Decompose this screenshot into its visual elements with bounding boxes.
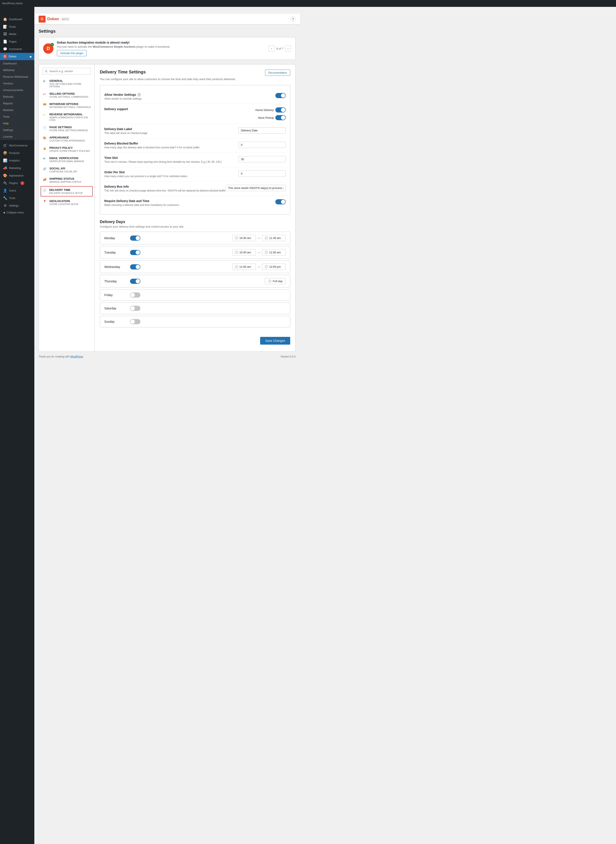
dokan-submenu-tools[interactable]: Tools: [0, 113, 34, 120]
dokan-submenu-refunds[interactable]: Refunds: [0, 93, 34, 100]
day-tuesday-toggle[interactable]: [130, 250, 140, 255]
sidenav-geo[interactable]: 📍 GEOLOCATION STORE LOCATION SETUP: [39, 197, 94, 208]
day-monday-end[interactable]: 🕐 11:30 am: [262, 235, 286, 241]
sidenav-social[interactable]: 🔗 SOCIAL API CONFIGURE SOCIAL API: [39, 165, 94, 175]
date-label-row: Delivery Date Label This label will show…: [104, 124, 286, 138]
day-wednesday-end[interactable]: 🕐 12:00 pm: [262, 264, 286, 270]
delivery-support-row: Delivery support Home Delivery Store Pic…: [104, 104, 286, 124]
require-delivery-toggle[interactable]: [276, 199, 286, 204]
dokan-submenu-license[interactable]: License: [0, 133, 34, 140]
notice-prev-button[interactable]: ‹: [269, 46, 275, 51]
sidenav-delivery-subtitle: DELIVERY SCHEDULE SETUP: [49, 192, 91, 194]
home-delivery-toggle[interactable]: [276, 107, 286, 113]
sidenav-page[interactable]: 📄 PAGE SETTINGS STORE PAGE SETTINGS MANA…: [39, 123, 94, 134]
date-label-input[interactable]: [239, 127, 286, 134]
delivery-days-title: Delivery Days: [100, 220, 290, 224]
sidenav-shipping[interactable]: 🚚 SHIPPING STATUS MANAGE SHIPPING STATUS: [39, 175, 94, 185]
admin-bar-site: WordPress Admin: [2, 2, 23, 5]
products-icon: 📦: [3, 151, 7, 155]
sidenav-appearance[interactable]: 🎨 APPEARANCE CUSTOM STORE APPEARANCE: [39, 134, 94, 144]
sidenav-selling-icon: 🏷: [43, 92, 47, 97]
day-saturday-label: Saturday: [104, 307, 126, 310]
collapse-menu-button[interactable]: ◀ Collapse menu: [0, 209, 34, 216]
order-per-slot-row: Order Per Slot How many orders you can p…: [104, 167, 286, 181]
settings-wp-icon: ⚙: [3, 204, 7, 208]
time-dash: —: [258, 251, 260, 254]
dokan-icon: D: [3, 54, 7, 59]
allow-vendor-label: Allow Vendor Settings: [104, 93, 136, 96]
time-slot-input[interactable]: [239, 156, 286, 162]
pages-icon: 📄: [3, 40, 7, 44]
delivery-box-input[interactable]: [226, 185, 286, 191]
sidenav-email[interactable]: ✉ EMAIL VERIFICATION VERIFICATION EMAIL …: [39, 154, 94, 165]
dokan-logo-text: Dokan: [47, 17, 59, 21]
allow-vendor-info-icon[interactable]: ℹ: [137, 93, 141, 96]
sidenav-withdraw[interactable]: 💳 WITHDRAW OPTIONS WITHDRAW SETTINGS, TH…: [39, 100, 94, 110]
dokan-submenu-modules[interactable]: Modules: [0, 107, 34, 113]
dokan-submenu-settings[interactable]: Settings: [0, 127, 34, 133]
sidenav-general[interactable]: ⚙ GENERAL SITE SETTINGS AND STORE OPTION…: [39, 77, 94, 90]
day-friday-toggle[interactable]: [130, 292, 140, 298]
comments-icon: 💬: [3, 47, 7, 51]
sidenav-reverse[interactable]: ↩ REVERSE WITHDRAWAL ADMIN COMMISSION CO…: [39, 110, 94, 123]
save-changes-button[interactable]: Save Changes: [260, 337, 290, 345]
sidenav-privacy[interactable]: 🔒 PRIVACY POLICY UPDATE STORE PRIVACY PO…: [39, 144, 94, 154]
day-row-tuesday: Tuesday 🕐 10:30 am — 🕐 11:00 am: [100, 246, 290, 259]
sidebar-item-pages[interactable]: 📄Pages: [0, 38, 34, 45]
footer-wp-link[interactable]: WordPress: [70, 355, 83, 358]
sidebar-item-products[interactable]: 📦Products: [0, 149, 34, 157]
sidebar-item-tools[interactable]: 🔧Tools: [0, 194, 34, 202]
sidebar-item-analytics[interactable]: 📊Analytics: [0, 157, 34, 164]
dokan-submenu-help[interactable]: Help: [0, 120, 34, 127]
collapse-icon: ◀: [3, 211, 5, 214]
sidebar-item-dashboard[interactable]: 🏠Dashboard: [0, 15, 34, 23]
settings-main-title: Delivery Time Settings: [100, 70, 146, 75]
dokan-submenu-reverse-withdrawal[interactable]: Reverse Withdrawal: [0, 73, 34, 80]
sidebar-item-plugins[interactable]: 🔌Plugins1: [0, 179, 34, 187]
sidebar-item-settings-wp[interactable]: ⚙Settings: [0, 202, 34, 209]
day-wednesday-start[interactable]: 🕐 11:00 am: [232, 264, 256, 270]
sidebar-item-appearance[interactable]: 🎨Appearance: [0, 172, 34, 179]
sidenav-general-subtitle: SITE SETTINGS AND STORE OPTIONS: [49, 83, 91, 88]
sidebar-item-users[interactable]: 👤Users: [0, 187, 34, 194]
day-tuesday-end[interactable]: 🕐 11:00 am: [262, 249, 286, 255]
store-pickup-toggle[interactable]: [276, 115, 286, 120]
dokan-logo: D Dokan v3.7.1: [39, 16, 70, 22]
dokan-submenu-dashboard[interactable]: Dashboard: [0, 60, 34, 67]
notice-logo: D ✓: [43, 43, 53, 54]
dokan-logo-icon: D: [39, 16, 45, 22]
notice-title: Dokan Auction Integration module is almo…: [57, 41, 130, 44]
activate-plugin-button[interactable]: Activate this plugin: [57, 50, 87, 56]
sidebar: 🏠Dashboard 📝Posts 🖼Media 📄Pages 💬Comment…: [0, 7, 34, 844]
day-thursday-toggle[interactable]: [130, 279, 140, 284]
day-row-sunday: Sunday: [100, 316, 290, 327]
day-row-monday: Monday 🕐 10:30 am — 🕐 11:30 am: [100, 232, 290, 244]
sidebar-item-comments[interactable]: 💬Comments: [0, 45, 34, 53]
documentation-button[interactable]: Documentation: [265, 70, 290, 76]
dokan-submenu-withdraw[interactable]: Withdraw: [0, 67, 34, 73]
sidenav-delivery[interactable]: 🕐 DELIVERY TIME DELIVERY SCHEDULE SETUP: [41, 186, 93, 197]
notice-next-button[interactable]: ›: [285, 46, 291, 51]
dokan-submenu-vendors[interactable]: Vendors: [0, 80, 34, 87]
sidebar-item-marketing[interactable]: 📣Marketing: [0, 164, 34, 172]
require-delivery-title: Require Delivery Date and Time: [104, 199, 150, 203]
day-monday-start[interactable]: 🕐 10:30 am: [232, 235, 256, 241]
day-monday-toggle[interactable]: [130, 236, 140, 241]
dashboard-icon: 🏠: [3, 17, 7, 21]
sidebar-item-dokan[interactable]: D Dokan ◀ Dashboard Withdraw Reverse Wit…: [0, 53, 34, 140]
settings-search-input[interactable]: [42, 68, 91, 75]
sidebar-item-media[interactable]: 🖼Media: [0, 31, 34, 38]
blocked-buffer-input[interactable]: [239, 142, 286, 148]
sidebar-item-posts[interactable]: 📝Posts: [0, 23, 34, 31]
dokan-submenu-reports[interactable]: Reports: [0, 100, 34, 107]
sidenav-selling[interactable]: 🏷 SELLING OPTIONS STORE SETTINGS, COMMIS…: [39, 90, 94, 100]
order-per-slot-input[interactable]: [239, 170, 286, 177]
day-tuesday-start[interactable]: 🕐 10:30 am: [232, 249, 256, 255]
dokan-submenu-announcements[interactable]: Announcements: [0, 87, 34, 93]
day-wednesday-toggle[interactable]: [130, 264, 140, 269]
help-button[interactable]: ?: [290, 16, 296, 22]
sidebar-item-woocommerce[interactable]: 🛒WooCommerce: [0, 142, 34, 149]
day-saturday-toggle[interactable]: [130, 306, 140, 311]
allow-vendor-toggle[interactable]: [276, 93, 286, 98]
day-sunday-toggle[interactable]: [130, 319, 140, 324]
